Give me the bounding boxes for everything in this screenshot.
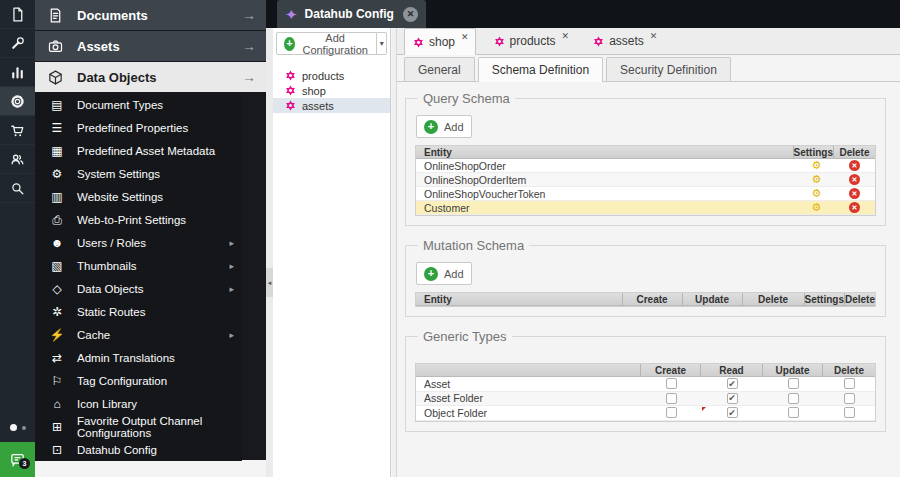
panel-splitter[interactable]: ◂: [266, 28, 273, 477]
delete-icon[interactable]: ✕: [849, 202, 860, 213]
west-center-splitter[interactable]: [392, 28, 397, 477]
checkbox-read[interactable]: [727, 407, 738, 418]
table-row-selected[interactable]: Customer ⚙ ✕: [416, 201, 875, 215]
tab-close-icon[interactable]: ✕: [461, 32, 469, 42]
table-row[interactable]: OnlineShopOrder ⚙ ✕: [416, 159, 875, 173]
table-row[interactable]: Asset: [416, 377, 875, 392]
menu-item-predefined-properties[interactable]: ☰ Predefined Properties: [35, 116, 242, 139]
add-configuration-dropdown-button[interactable]: ▾: [377, 32, 387, 55]
tab-general[interactable]: General: [404, 57, 475, 81]
table-row[interactable]: OnlineShopOrderItem ⚙ ✕: [416, 173, 875, 187]
menu-item-favorite-output-channel-configurations[interactable]: ⊞ Favorite Output Channel Configurations: [35, 415, 242, 438]
arrow-right-icon: →: [242, 7, 256, 23]
column-header-update[interactable]: Update: [683, 293, 743, 305]
menu-header-documents[interactable]: Documents →: [35, 0, 266, 30]
column-header-settings[interactable]: Settings: [794, 146, 834, 158]
add-configuration-button[interactable]: + Add Configuration: [276, 32, 377, 55]
submenu-arrow-icon: ▸: [229, 284, 234, 294]
checkbox-update[interactable]: [788, 407, 799, 418]
users-icon[interactable]: [0, 145, 35, 174]
settings-gear-icon[interactable]: ⚙: [812, 202, 822, 213]
checkbox-create[interactable]: [666, 407, 677, 418]
column-header-read[interactable]: Read: [701, 364, 763, 376]
column-header-entity[interactable]: Entity: [416, 293, 623, 305]
menu-item-admin-translations[interactable]: ⇄ Admin Translations: [35, 346, 242, 369]
assets-camera-icon: [47, 37, 65, 55]
checkbox-delete[interactable]: [844, 407, 855, 418]
settings-gear-icon[interactable]: ⚙: [812, 188, 822, 199]
mutation-schema-add-button[interactable]: + Add: [416, 262, 472, 285]
checkbox-update[interactable]: [788, 393, 799, 404]
checkbox-create[interactable]: [666, 393, 677, 404]
tab-products[interactable]: products ✕: [486, 28, 576, 54]
ecommerce-cart-icon[interactable]: [0, 116, 35, 145]
tab-schema-definition[interactable]: Schema Definition: [478, 57, 603, 82]
menu-item-cache[interactable]: ⚡ Cache ▸: [35, 323, 242, 346]
column-header-delete[interactable]: Delete: [845, 293, 875, 305]
menu-item-thumbnails[interactable]: ▧ Thumbnails ▸: [35, 254, 242, 277]
tools-icon[interactable]: [0, 29, 35, 58]
column-header-update[interactable]: Update: [763, 364, 823, 376]
column-header-delete[interactable]: Delete: [823, 364, 875, 376]
checkbox-create[interactable]: [666, 378, 677, 389]
menu-item-datahub-config[interactable]: ⊡ Datahub Config: [35, 438, 242, 461]
menu-item-tag-configuration[interactable]: ⚐ Tag Configuration: [35, 369, 242, 392]
delete-icon[interactable]: ✕: [849, 188, 860, 199]
data-objects-cube-icon: [47, 68, 65, 86]
column-header-delete[interactable]: Delete: [834, 146, 875, 158]
statistics-icon[interactable]: [0, 58, 35, 87]
tab-security-definition[interactable]: Security Definition: [606, 57, 731, 81]
search-icon[interactable]: [0, 174, 35, 203]
menu-item-static-routes[interactable]: ✲ Static Routes: [35, 300, 242, 323]
graphql-config-icon: [285, 70, 296, 81]
query-schema-add-button[interactable]: + Add: [416, 115, 472, 138]
mutation-schema-legend: Mutation Schema: [418, 238, 529, 253]
menu-header-data-objects[interactable]: Data Objects →: [35, 62, 266, 92]
checkbox-read[interactable]: [727, 378, 738, 389]
delete-icon[interactable]: ✕: [849, 174, 860, 185]
file-icon[interactable]: [0, 0, 35, 29]
column-header-delete[interactable]: Delete: [743, 293, 805, 305]
settings-gear-icon[interactable]: ⚙: [812, 174, 822, 185]
tree-item-assets[interactable]: assets: [273, 98, 390, 113]
submenu-arrow-icon: ▸: [229, 330, 234, 340]
menu-item-icon-library[interactable]: ⌂ Icon Library: [35, 392, 242, 415]
column-header-create[interactable]: Create: [641, 364, 701, 376]
feedback-chat-button[interactable]: 3: [0, 442, 35, 477]
menu-item-website-settings[interactable]: ▥ Website Settings: [35, 185, 242, 208]
tab-close-icon[interactable]: ✕: [650, 31, 658, 41]
menu-item-users-roles[interactable]: ☻ Users / Roles ▸: [35, 231, 242, 254]
checkbox-update[interactable]: [788, 378, 799, 389]
column-header-entity[interactable]: Entity: [416, 146, 794, 158]
tab-shop[interactable]: shop ✕: [404, 28, 476, 55]
menu-header-assets[interactable]: Assets →: [35, 31, 266, 61]
column-header-settings[interactable]: Settings: [805, 293, 845, 305]
static-routes-icon: ✲: [49, 305, 65, 319]
table-row[interactable]: Object Folder: [416, 406, 875, 421]
settings-submenu: ▤ Document Types ☰ Predefined Properties…: [35, 93, 242, 461]
table-row[interactable]: OnlineShopVoucherToken ⚙ ✕: [416, 187, 875, 201]
menu-item-predefined-asset-metadata[interactable]: ▦ Predefined Asset Metadata: [35, 139, 242, 162]
graphql-config-icon: [593, 36, 604, 47]
tree-item-products[interactable]: products: [273, 68, 390, 83]
settings-icon[interactable]: [0, 87, 35, 116]
menu-item-web-to-print-settings[interactable]: ⎙ Web-to-Print Settings: [35, 208, 242, 231]
tag-configuration-icon: ⚐: [49, 374, 65, 388]
menu-item-document-types[interactable]: ▤ Document Types: [35, 93, 242, 116]
settings-gear-icon[interactable]: ⚙: [812, 160, 822, 171]
tab-assets[interactable]: assets ✕: [585, 28, 663, 54]
tab-close-icon[interactable]: ✕: [562, 31, 570, 41]
datahub-config-window-tab[interactable]: ✦ Datahub Config ✕: [277, 0, 426, 28]
collapse-handle[interactable]: ◂: [266, 268, 273, 297]
window-close-icon[interactable]: ✕: [403, 7, 418, 22]
menu-item-data-objects[interactable]: ◇ Data Objects ▸: [35, 277, 242, 300]
column-header-create[interactable]: Create: [623, 293, 683, 305]
menu-item-system-settings[interactable]: ⚙ System Settings: [35, 162, 242, 185]
checkbox-delete[interactable]: [844, 378, 855, 389]
checkbox-read[interactable]: [727, 393, 738, 404]
table-row[interactable]: Asset Folder: [416, 392, 875, 407]
checkbox-delete[interactable]: [844, 393, 855, 404]
delete-icon[interactable]: ✕: [849, 160, 860, 171]
tree-item-shop[interactable]: shop: [273, 83, 390, 98]
favorite-output-icon: ⊞: [49, 420, 65, 434]
